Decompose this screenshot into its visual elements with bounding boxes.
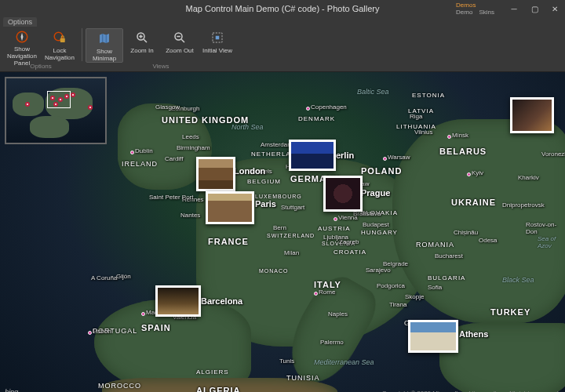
initial-view-button[interactable]: Initial View (199, 28, 236, 63)
city-bucharest: Bucharest (435, 252, 463, 260)
show-navigation-panel-button[interactable]: Show Navigation Panel (3, 28, 41, 63)
city-lisbon: Lisbon (93, 328, 111, 335)
dot-rome (314, 292, 318, 296)
lock-navigation-button[interactable]: Lock Navigation (41, 28, 78, 63)
city-glasgow: Glasgow (155, 103, 180, 111)
city-tirana: Tirana (389, 301, 406, 308)
group-label-options: Options (30, 63, 52, 70)
photo-athens[interactable] (408, 320, 458, 353)
city-milan: Milan (284, 249, 299, 256)
ribbon-group-views: Show Minimap Zoom In Zoom Out Initial Vi… (86, 28, 236, 70)
city-gijon: Gijón (116, 273, 131, 280)
country-monaco: MONACO (259, 268, 289, 274)
titlebar: Map Control Main Demo (C# code) - Photo … (0, 0, 565, 17)
country-romania: ROMANIA (416, 241, 454, 249)
city-odesa: Odesa (479, 237, 498, 244)
sea-north: North Sea (231, 123, 264, 131)
svg-rect-11 (216, 36, 220, 40)
city-tunis: Tunis (279, 358, 294, 365)
country-switzerland: SWITZERLAND (267, 233, 315, 238)
country-ireland: IRELAND (122, 160, 158, 168)
country-turkey: TURKEY (490, 307, 530, 317)
city-naples: Naples (328, 310, 348, 318)
ribbon-separator (82, 28, 82, 61)
sea-baltic: Baltic Sea (357, 88, 389, 96)
dot-madrid (141, 312, 145, 316)
country-belgium: BELGIUM (247, 178, 281, 185)
city-stuttgart: Stuttgart (281, 204, 304, 211)
city-riga: Riga (410, 113, 422, 120)
featured-paris: Paris (255, 199, 276, 209)
country-tunisia: TUNISIA (286, 374, 320, 382)
country-croatia: CROATIA (334, 249, 366, 256)
photo-moscow[interactable] (510, 97, 554, 133)
city-acoruna: A Coruña (91, 274, 117, 281)
country-algiers: ALGIERS (196, 368, 229, 376)
svg-rect-2 (60, 38, 65, 42)
minimize-button[interactable]: ─ (504, 0, 524, 17)
map-viewport[interactable]: UNITED KINGDOM IRELAND FRANCE SPAIN PORT… (0, 72, 565, 392)
photo-berlin[interactable] (289, 140, 336, 171)
city-budapest: Budapest (363, 221, 389, 228)
lock-compass-icon (52, 30, 67, 45)
country-poland: POLAND (361, 166, 402, 176)
country-austria: AUSTRIA (318, 225, 351, 232)
close-button[interactable]: ✕ (545, 0, 565, 17)
country-bulgaria: BULGARIA (428, 274, 465, 281)
city-skopje: Skopje (405, 293, 424, 300)
dot-copenhagen (306, 107, 310, 111)
dot-lisbon (88, 331, 92, 335)
city-leeds: Leeds (182, 133, 199, 140)
header-links: Demos Demo Skins (456, 0, 494, 17)
country-spain: SPAIN (141, 323, 171, 332)
dot-minsk (447, 135, 451, 139)
svg-line-8 (181, 39, 184, 42)
city-sofia: Sofia (428, 284, 442, 291)
ribbon-group-options: Show Navigation Panel Lock Navigation Op… (3, 28, 78, 70)
country-hungary: HUNGARY (361, 229, 398, 236)
city-warsaw: Warsaw (388, 154, 410, 161)
photo-paris[interactable] (206, 191, 254, 224)
city-kyiv: Kyiv (472, 169, 483, 176)
city-sarajevo: Sarajevo (366, 267, 391, 274)
featured-athens: Athens (459, 329, 488, 339)
initial-view-icon (210, 30, 225, 45)
options-tab[interactable]: Options (3, 17, 37, 27)
link-demos[interactable]: Demos (456, 2, 476, 9)
window-buttons: ─ ▢ ✕ (504, 0, 565, 17)
city-voronezh: Voronezh (541, 151, 565, 158)
city-vilnius: Vilnius (414, 129, 432, 136)
city-nantes: Nantes (180, 212, 200, 219)
country-algeria: ALGERIA (196, 386, 241, 392)
show-minimap-button[interactable]: Show Minimap (86, 28, 123, 63)
city-rome: Rome (319, 289, 335, 296)
city-chisinau: Chișinău (454, 229, 478, 236)
city-amsterdam: Amsterdam (261, 141, 293, 148)
city-palermo: Palermo (320, 339, 344, 346)
city-dublin: Dublin (135, 147, 153, 154)
minimap[interactable] (5, 77, 107, 144)
ribbon: Show Navigation Panel Lock Navigation Op… (0, 17, 565, 72)
featured-prague: Prague (361, 188, 390, 198)
zoom-in-button[interactable]: Zoom In (123, 28, 161, 63)
country-lux: LUXEMBOURG (255, 194, 302, 199)
city-stpeter: Saint Peter Port (149, 194, 193, 201)
maximize-button[interactable]: ▢ (524, 0, 545, 17)
country-ukraine: UKRAINE (451, 198, 496, 207)
city-dnipro: Dnipropetrovsk (502, 201, 545, 209)
link-demo[interactable]: Demo (456, 9, 472, 16)
country-denmark: DENMARK (298, 115, 335, 122)
zoom-out-button[interactable]: Zoom Out (161, 28, 199, 63)
country-belarus: BELARUS (439, 147, 487, 156)
city-cardiff: Cardiff (165, 155, 183, 162)
link-skins[interactable]: Skins (479, 9, 494, 16)
map-attribution: bing (5, 388, 18, 392)
city-rostov: Rostov-on-Don (526, 221, 565, 235)
compass-icon (14, 30, 30, 44)
photo-london[interactable] (196, 157, 235, 191)
photo-prague[interactable] (323, 176, 363, 212)
country-morocco: MOROCCO (98, 382, 141, 390)
photo-barcelona[interactable] (155, 285, 201, 317)
city-copenhagen: Copenhagen (311, 103, 347, 111)
minimap-icon (97, 31, 112, 46)
